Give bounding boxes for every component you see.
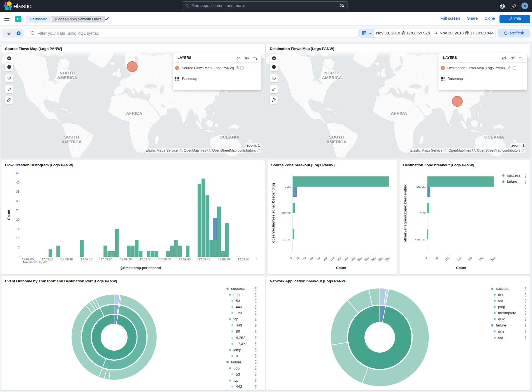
svg-text:60: 60 (309, 256, 314, 261)
svg-text:Count: Count (336, 266, 347, 270)
svg-text:200: 200 (467, 256, 473, 262)
svg-text:xuntrust: xuntrust (415, 238, 426, 241)
svg-text:SOUTH: SOUTH (64, 135, 79, 139)
svg-text:OCEANIA: OCEANIA (219, 135, 239, 139)
svg-text:Count: Count (7, 210, 11, 220)
svg-text:20: 20 (16, 218, 19, 221)
svg-text:10: 10 (16, 237, 19, 240)
svg-text:AMERICA: AMERICA (62, 139, 82, 144)
svg-text:300: 300 (490, 256, 496, 262)
svg-text:trust: trust (420, 211, 426, 215)
svg-text:0: 0 (18, 255, 19, 258)
svg-text:0: 0 (424, 256, 428, 260)
svg-text:17:09:35: 17:09:35 (159, 258, 171, 261)
svg-text:30: 30 (16, 199, 19, 203)
svg-text:@timestamp per second: @timestamp per second (120, 266, 161, 270)
svg-text:observer.ingress.zone: Descend: observer.ingress.zone: Descending (271, 183, 275, 243)
svg-text:250: 250 (478, 256, 484, 262)
svg-text:17:09:20: 17:09:20 (100, 258, 112, 261)
svg-text:OCEANIA: OCEANIA (484, 135, 504, 139)
svg-text:15: 15 (16, 227, 19, 230)
svg-text:0: 0 (289, 256, 293, 260)
svg-text:100: 100 (444, 256, 450, 262)
svg-text:5: 5 (18, 246, 19, 249)
svg-text:17:09:15: 17:09:15 (81, 258, 93, 261)
svg-text:AFRICA: AFRICA (391, 111, 407, 115)
svg-text:20: 20 (295, 256, 300, 261)
svg-text:17:09:25: 17:09:25 (120, 258, 132, 261)
svg-text:160: 160 (343, 256, 348, 262)
svg-text:200: 200 (357, 256, 363, 262)
svg-text:220: 220 (364, 256, 369, 262)
svg-text:trust: trust (285, 185, 291, 188)
svg-text:35: 35 (16, 190, 19, 193)
svg-text:100: 100 (322, 256, 328, 262)
svg-text:50: 50 (434, 256, 439, 261)
svg-text:xtrust: xtrust (283, 238, 291, 241)
svg-text:AMERICA: AMERICA (57, 75, 77, 80)
svg-text:140: 140 (336, 256, 341, 262)
svg-text:25: 25 (16, 208, 19, 212)
svg-text:untrust: untrust (416, 185, 426, 188)
svg-text:NORTH: NORTH (60, 71, 75, 75)
svg-text:SOUTH: SOUTH (329, 135, 344, 139)
svg-text:17:09:50: 17:09:50 (218, 258, 230, 261)
svg-text:150: 150 (456, 256, 461, 262)
svg-text:120: 120 (329, 256, 334, 262)
svg-text:Count: Count (456, 266, 467, 270)
svg-text:280: 280 (384, 256, 390, 262)
svg-text:40: 40 (302, 256, 307, 261)
svg-text:180: 180 (349, 256, 355, 262)
svg-text:AFRICA: AFRICA (126, 111, 142, 115)
svg-text:AMERICA: AMERICA (326, 139, 346, 144)
svg-text:NORTH: NORTH (324, 71, 340, 75)
svg-text:17:09:55: 17:09:55 (238, 258, 249, 261)
svg-text:untrust: untrust (281, 211, 291, 215)
svg-text:17:09:45: 17:09:45 (198, 258, 210, 261)
svg-text:40: 40 (16, 181, 19, 184)
svg-text:observer.egress.zone: Descendi: observer.egress.zone: Descending (403, 184, 407, 242)
svg-text:80: 80 (316, 256, 321, 261)
svg-text:17:09:30: 17:09:30 (140, 258, 151, 261)
svg-text:240: 240 (371, 256, 376, 262)
svg-text:260: 260 (378, 256, 383, 262)
svg-text:17:09:10: 17:09:10 (61, 258, 73, 261)
svg-text:17:09:40: 17:09:40 (179, 258, 191, 261)
svg-text:AMERICA: AMERICA (322, 75, 342, 80)
svg-text:45: 45 (16, 171, 19, 175)
svg-text:November 30, 2018: November 30, 2018 (23, 260, 49, 264)
